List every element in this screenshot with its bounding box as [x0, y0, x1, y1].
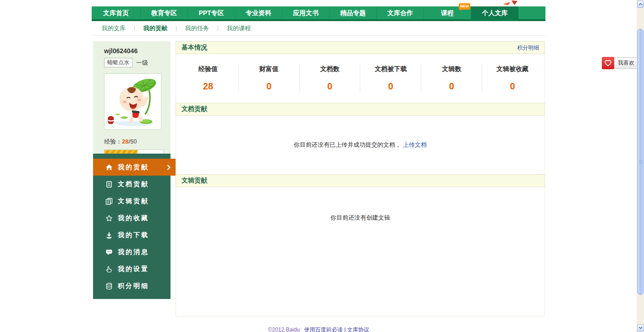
sidebar-item-document-contributions[interactable]: 文档贡献	[93, 176, 171, 193]
document-contributions-header: 文档贡献	[176, 103, 545, 116]
subnav-divider	[176, 26, 176, 31]
home-icon	[105, 163, 113, 171]
document-icon	[105, 180, 113, 188]
footer-links[interactable]: 使用百度前必读 | 文库协议	[304, 326, 369, 332]
subnav-divider	[218, 26, 218, 31]
decoration-red-shape	[512, 0, 517, 5]
sidebar-item-points-detail[interactable]: 积分明细	[93, 277, 171, 294]
upload-document-link[interactable]: 上传文档	[403, 141, 427, 149]
like-button[interactable]: 我喜欢	[602, 57, 638, 69]
stat-experience: 经验值 28	[178, 64, 238, 93]
main-content: 基本情况 积分明细 经验值 28 财富值 0 文档数 0 文档被下载 0 文辑数	[176, 41, 545, 316]
sidebar-item-album-contributions[interactable]: 文辑贡献	[93, 193, 171, 210]
experience-current: 28	[122, 138, 128, 145]
download-icon	[105, 231, 113, 239]
experience-text: 经验：28/50	[104, 138, 171, 146]
sidebar-menu: 我的贡献 文档贡献 文辑贡献 我的收藏 我	[93, 154, 171, 299]
album-contributions-title: 文辑贡献	[182, 177, 207, 185]
sidebar-item-my-downloads[interactable]: 我的下载	[93, 227, 171, 243]
nav-tab-ppt-zone[interactable]: PPT专区	[188, 6, 235, 19]
stat-album-favorites: 文辑被收藏 0	[482, 64, 543, 93]
page-footer: ©2012 Baidu 使用百度前必读 | 文库协议	[92, 326, 545, 332]
scrollbar-thumb[interactable]	[637, 29, 644, 295]
subnav-divider	[134, 26, 135, 31]
user-level: 一级	[136, 59, 148, 67]
nav-tab-library-cooperation[interactable]: 文库合作	[377, 6, 424, 19]
experience-progress-fill	[105, 150, 138, 154]
subnav-my-contributions[interactable]: 我的贡献	[143, 24, 167, 33]
like-button-label: 我喜欢	[614, 57, 638, 69]
scroll-up-button[interactable]	[637, 0, 644, 8]
personal-library-page: 文库首页 教育专区 PPT专区 专业资料 应用文书 精品专题 文库合作 课程 N…	[0, 0, 644, 332]
hand-pointer-icon	[105, 265, 113, 273]
profile-card: wjl0624046 蜻蜓点水 一级	[93, 41, 171, 154]
nav-tab-applied-documents[interactable]: 应用文书	[282, 6, 330, 19]
documents-stack-icon	[105, 197, 113, 205]
vertical-scrollbar	[637, 0, 644, 332]
top-navigation-bar: 文库首页 教育专区 PPT专区 专业资料 应用文书 精品专题 文库合作 课程 N…	[92, 6, 545, 21]
avatar-image	[105, 74, 161, 129]
heart-icon	[602, 57, 614, 69]
sidebar-item-my-favorites[interactable]: 我的收藏	[93, 210, 171, 227]
decoration-salmon-shape	[503, 2, 511, 6]
stat-albums: 文辑数 0	[421, 64, 482, 93]
database-icon	[105, 282, 113, 290]
username: wjl0624046	[104, 47, 171, 55]
star-icon	[105, 214, 113, 222]
subnav-my-tasks[interactable]: 我的任务	[185, 24, 209, 33]
stat-wealth: 财富值 0	[238, 64, 299, 93]
new-badge: NEW	[459, 3, 470, 10]
document-contributions-title: 文档贡献	[182, 105, 207, 113]
stat-document-downloads: 文档被下载 0	[360, 64, 421, 93]
nav-tab-education-zone[interactable]: 教育专区	[141, 6, 188, 19]
album-contributions-empty: 你目前还没有创建文辑	[176, 187, 545, 316]
nav-tab-courses[interactable]: 课程 NEW	[424, 6, 471, 19]
user-title-badge: 蜻蜓点水	[104, 58, 132, 67]
nav-tab-professional-materials[interactable]: 专业资料	[235, 6, 282, 19]
nav-tab-featured-topics[interactable]: 精品专题	[330, 6, 377, 19]
sub-navigation-bar: 我的文库 我的贡献 我的任务 我的课程	[92, 21, 545, 36]
nav-tab-library-home[interactable]: 文库首页	[92, 6, 141, 19]
scroll-down-button[interactable]	[637, 324, 644, 332]
sidebar-item-my-contributions[interactable]: 我的贡献	[93, 159, 176, 176]
document-contributions-empty: 你目前还没有已上传并成功提交的文档， 上传文档	[176, 116, 545, 174]
chevron-right-icon	[167, 164, 171, 172]
basic-info-title: 基本情况	[182, 44, 207, 52]
sidebar-item-my-messages[interactable]: 我的消息	[93, 243, 171, 260]
sidebar-item-my-settings[interactable]: 我的设置	[93, 260, 171, 277]
avatar	[104, 73, 161, 130]
document-empty-text: 你目前还没有已上传并成功提交的文档，	[294, 141, 401, 149]
copyright-text: ©2012 Baidu	[268, 326, 300, 332]
subnav-my-library[interactable]: 我的文库	[102, 24, 126, 33]
stat-documents: 文档数 0	[299, 64, 360, 93]
message-icon	[105, 248, 113, 256]
album-contributions-header: 文辑贡献	[176, 174, 545, 187]
basic-info-header: 基本情况 积分明细	[176, 41, 545, 54]
nav-tab-personal-library[interactable]: 个人文库	[471, 6, 518, 21]
album-empty-text: 你目前还没有创建文辑	[330, 214, 390, 221]
scrollbar-grip	[639, 160, 643, 164]
points-detail-link[interactable]: 积分明细	[517, 44, 539, 52]
subnav-my-courses[interactable]: 我的课程	[227, 24, 251, 33]
stats-panel: 经验值 28 财富值 0 文档数 0 文档被下载 0 文辑数 0 文辑被收藏 0	[176, 54, 545, 103]
